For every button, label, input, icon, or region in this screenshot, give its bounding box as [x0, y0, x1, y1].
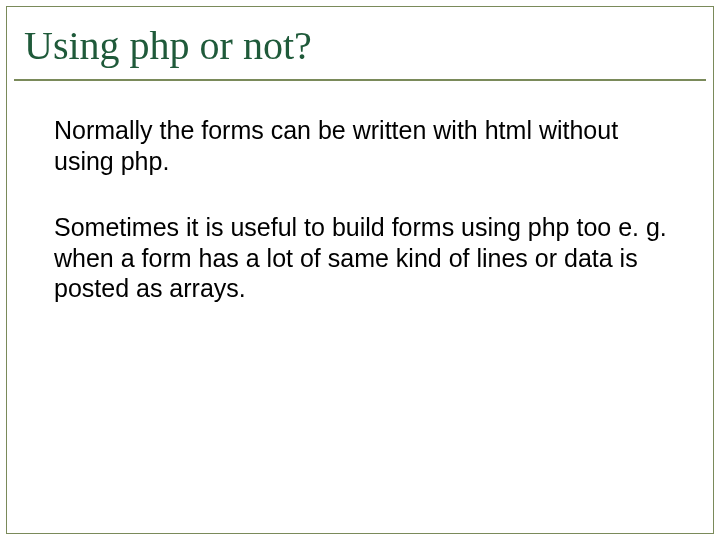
title-underline: [14, 79, 706, 81]
body-text: Normally the forms can be written with h…: [32, 115, 672, 340]
paragraph: Normally the forms can be written with h…: [32, 115, 672, 176]
slide: Using php or not? Normally the forms can…: [0, 0, 720, 540]
paragraph: Sometimes it is useful to build forms us…: [32, 212, 672, 304]
title-block: Using php or not?: [14, 14, 706, 81]
slide-title: Using php or not?: [14, 14, 706, 79]
